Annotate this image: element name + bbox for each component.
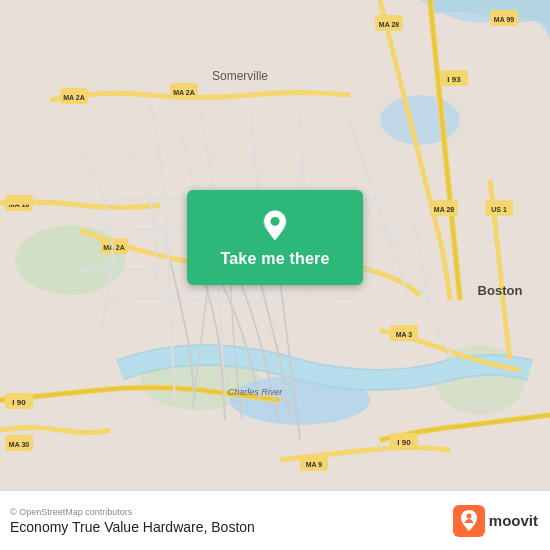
svg-text:Somerville: Somerville [212,69,268,83]
button-overlay: Take me there [187,190,363,285]
svg-text:Charles River: Charles River [228,387,284,397]
svg-text:MA 9: MA 9 [306,461,323,468]
svg-text:US 1: US 1 [491,206,507,213]
place-name: Economy True Value Hardware, Boston [10,519,255,535]
svg-text:MA 2A: MA 2A [103,244,125,251]
svg-text:MA 2A: MA 2A [173,89,195,96]
map-container: I 90 I 90 MA 30 MA 9 I 93 US 1 MA 3 MA 2… [0,0,550,490]
svg-text:MA 99: MA 99 [494,16,514,23]
moovit-text: moovit [489,512,538,529]
moovit-icon [453,505,485,537]
svg-text:Boston: Boston [478,283,523,298]
map-attribution: © OpenStreetMap contributors [10,507,255,517]
svg-text:MA 30: MA 30 [9,441,29,448]
svg-text:MA 2A: MA 2A [63,94,85,101]
svg-point-40 [271,216,280,225]
svg-text:MA 3: MA 3 [396,331,413,338]
take-me-there-button[interactable]: Take me there [187,190,363,285]
svg-text:MA 28: MA 28 [379,21,399,28]
place-info: © OpenStreetMap contributors Economy Tru… [10,507,255,535]
svg-point-4 [380,95,460,145]
svg-point-42 [466,513,471,518]
svg-text:I 93: I 93 [447,75,461,84]
button-label: Take me there [220,249,329,267]
location-pin-icon [257,207,293,243]
moovit-logo: moovit [453,505,538,537]
svg-text:MA 28: MA 28 [434,206,454,213]
svg-text:I 90: I 90 [12,398,26,407]
bottom-bar: © OpenStreetMap contributors Economy Tru… [0,490,550,550]
